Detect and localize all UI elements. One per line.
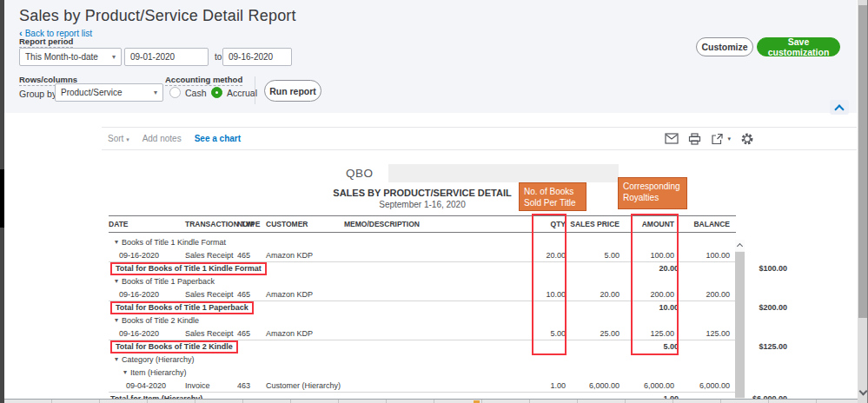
column-header-sales-price: SALES PRICE <box>566 220 620 228</box>
group-label: Category (Hierarchy) <box>122 355 195 364</box>
customize-button[interactable]: Customize <box>696 37 753 56</box>
column-header-transaction-type: TRANSACTION TYPE <box>185 220 237 228</box>
group-label: Books of Title 1 Paperback <box>122 277 215 286</box>
column-header-customer: CUSTOMER <box>266 220 344 228</box>
cell-amount: 6,000.00 <box>620 381 674 390</box>
cash-radio[interactable] <box>169 87 181 98</box>
cell-amount: 100.00 <box>620 251 674 260</box>
cell-date: 09-16-2020 <box>109 251 185 260</box>
total-label-highlighted: Total for Books of Title 1 Paperback <box>110 301 254 314</box>
company-header-row: QBO <box>4 164 857 182</box>
table-scrollbar[interactable] <box>735 240 745 403</box>
group-label: Books of Title 1 Kindle Format <box>122 238 226 247</box>
redacted-company-name <box>388 164 619 182</box>
group-by-select[interactable]: Product/Service ▾ <box>55 83 163 102</box>
cell-type: Invoice <box>185 381 237 390</box>
cell-num: 465 <box>237 290 266 299</box>
group-label: Books of Title 2 Kindle <box>122 316 199 325</box>
cell-customer: Amazon KDP <box>266 290 344 299</box>
scroll-down-arrow-icon[interactable] <box>858 386 868 398</box>
group-header-row: ▾Books of Title 1 Kindle Format <box>109 235 736 248</box>
cell-date: 09-16-2020 <box>109 290 185 299</box>
accrual-radio-label: Accrual <box>227 88 257 98</box>
transaction-row: 09-16-2020Sales Receipt465Amazon KDP5.00… <box>109 327 736 340</box>
cash-radio-label: Cash <box>185 88 207 98</box>
email-icon[interactable] <box>665 133 679 144</box>
cell-balance: 125.00 <box>674 329 730 338</box>
report-period-label: Report period <box>19 36 73 48</box>
transaction-row: 09-16-2020Sales Receipt465Amazon KDP20.0… <box>109 248 736 261</box>
group-label: Item (Hierarchy) <box>130 368 187 377</box>
amount-annotation-callout: Corresponding Royalties <box>618 177 687 209</box>
chevron-down-icon: ▾ <box>154 89 157 96</box>
transaction-row: 09-04-2020Invoice463Customer (Hierarchy)… <box>109 379 736 392</box>
report-period-select[interactable]: This Month-to-date ▾ <box>19 48 122 66</box>
transaction-row: 09-16-2020Sales Receipt465Amazon KDP10.0… <box>109 287 736 301</box>
accrual-radio[interactable] <box>211 87 222 98</box>
page-title: Sales by Product/Service Detail Report <box>19 7 296 25</box>
column-header-amount: AMOUNT <box>620 220 674 228</box>
cell-amount: 125.00 <box>620 329 674 338</box>
collapse-triangle-icon[interactable]: ▾ <box>115 316 118 324</box>
divider <box>255 76 255 104</box>
window-scrollbar-thumb[interactable] <box>858 5 867 318</box>
collapse-triangle-icon[interactable]: ▾ <box>123 368 127 376</box>
report-period-value: This Month-to-date <box>25 52 98 62</box>
column-header-memo-description: MEMO/DESCRIPTION <box>344 220 457 228</box>
chevron-down-icon[interactable]: ▾ <box>727 135 731 142</box>
background-window-edge <box>4 399 868 403</box>
date-from-field[interactable] <box>124 48 209 66</box>
chevron-down-icon: ▾ <box>112 53 116 61</box>
chevron-down-icon: ▾ <box>126 136 129 142</box>
cell-qty: 1.00 <box>457 381 566 390</box>
group-by-value: Product/Service <box>61 88 123 97</box>
cell-qty: 20.00 <box>457 251 566 260</box>
total-label-highlighted: Total for Books of Title 2 Kindle <box>110 340 238 353</box>
sort-dropdown[interactable]: Sort ▾ <box>108 134 129 143</box>
see-a-chart-link[interactable]: See a chart <box>195 134 241 143</box>
settings-gear-icon[interactable] <box>740 132 754 146</box>
company-name-prefix: QBO <box>346 167 374 180</box>
cell-type: Sales Receipt <box>185 290 237 299</box>
add-notes-button[interactable]: Add notes <box>142 134 182 143</box>
cell-date: 09-16-2020 <box>109 329 185 338</box>
total-label-cell: Total for Books of Title 2 Kindle <box>109 340 457 353</box>
cell-balance: 200.00 <box>674 290 730 299</box>
total-label-cell: Total for Books of Title 1 Kindle Format <box>109 262 457 275</box>
cell-price: 20.00 <box>566 290 620 299</box>
collapse-header-chevron-up-icon[interactable] <box>830 100 849 115</box>
total-row: Total for Books of Title 1 Kindle Format… <box>109 261 736 274</box>
cell-price: 25.00 <box>566 329 620 338</box>
cell-balance: 100.00 <box>674 251 730 260</box>
table-scrollbar-thumb[interactable] <box>735 252 745 398</box>
report-panel: Sort ▾ Add notes See a chart ▾ QBO SALES… <box>4 113 857 403</box>
cell-num: 465 <box>237 251 266 260</box>
total-qty: 20.00 <box>570 264 679 273</box>
scroll-up-arrow-icon[interactable] <box>735 240 745 251</box>
run-report-button[interactable]: Run report <box>264 80 321 102</box>
toolbar-icon-group: ▾ <box>665 132 754 146</box>
report-table: DATETRANSACTION TYPENUMCUSTOMERMEMO/DESC… <box>109 215 736 403</box>
window-scrollbar[interactable] <box>858 0 868 403</box>
app-window: Sales by Product/Service Detail Report ‹… <box>0 0 868 403</box>
total-label-cell: Total for Books of Title 1 Paperback <box>109 301 457 314</box>
cell-date: 09-04-2020 <box>109 381 185 390</box>
print-icon[interactable] <box>688 133 701 145</box>
cell-type: Sales Receipt <box>185 251 237 260</box>
window-left-edge-dark <box>0 169 4 228</box>
date-range-to-label: to <box>215 52 222 62</box>
collapse-triangle-icon[interactable]: ▾ <box>115 238 118 246</box>
cell-num: 463 <box>237 381 266 390</box>
cell-balance: 6,000.00 <box>674 381 730 390</box>
date-to-field[interactable] <box>222 48 292 66</box>
total-label-highlighted: Total for Books of Title 1 Kindle Format <box>110 262 267 275</box>
collapse-triangle-icon[interactable]: ▾ <box>115 355 118 363</box>
cell-customer: Amazon KDP <box>266 251 344 260</box>
group-header-row: ▾Books of Title 2 Kindle <box>109 314 736 327</box>
cell-qty: 5.00 <box>457 329 566 338</box>
collapse-triangle-icon[interactable]: ▾ <box>115 277 118 285</box>
export-icon[interactable] <box>711 133 724 145</box>
save-customization-button[interactable]: Save customization <box>757 37 840 56</box>
cell-qty: 10.00 <box>457 290 566 299</box>
total-row: Total for Books of Title 2 Kindle5.00$12… <box>109 340 736 353</box>
